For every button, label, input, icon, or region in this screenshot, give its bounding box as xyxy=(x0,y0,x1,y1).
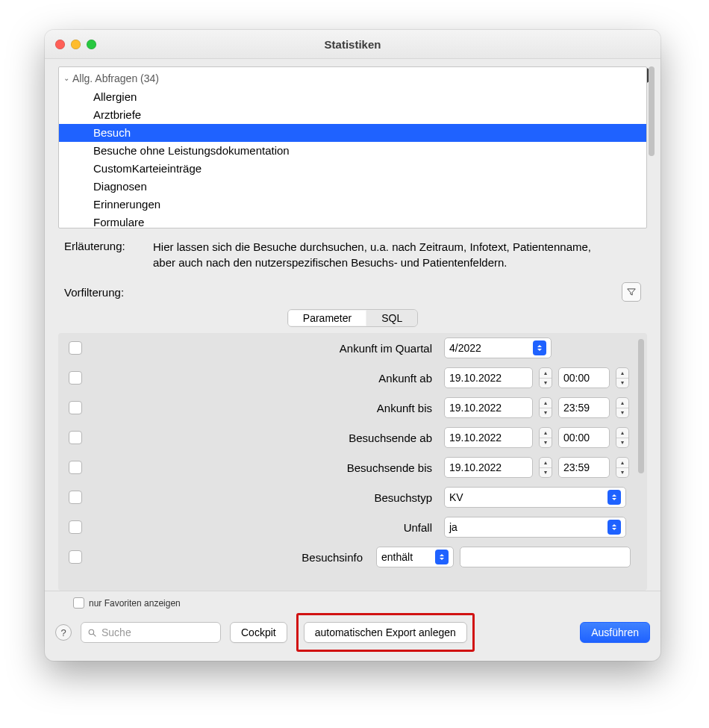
tree-item[interactable]: Diagnosen xyxy=(59,178,646,196)
search-input[interactable]: Suche xyxy=(81,622,221,643)
param-row: Ankunft ab 19.10.2022 ▴▾ 00:00 ▴▾ xyxy=(66,367,631,388)
tree-item[interactable]: Formulare xyxy=(59,214,646,228)
param-label: Besuchsende bis xyxy=(90,461,437,474)
time-input[interactable]: 00:00 xyxy=(558,367,610,388)
tree-item-selected[interactable]: Besuch xyxy=(59,124,646,142)
tab-parameter[interactable]: Parameter xyxy=(288,310,366,326)
scrollbar-thumb[interactable] xyxy=(638,339,644,473)
window-minimize-button[interactable] xyxy=(71,40,81,49)
filter-icon xyxy=(626,287,637,297)
date-stepper[interactable]: ▴▾ xyxy=(539,457,552,478)
param-checkbox[interactable] xyxy=(69,341,82,355)
date-input[interactable]: 19.10.2022 xyxy=(444,457,533,478)
window-zoom-button[interactable] xyxy=(87,40,96,49)
tree-group-header[interactable]: ⌄ Allg. Abfragen (34) xyxy=(59,67,646,88)
param-label: Ankunft ab xyxy=(90,372,437,385)
time-input[interactable]: 23:59 xyxy=(558,457,610,478)
parameter-scrollbar[interactable] xyxy=(638,339,644,585)
tree-item[interactable]: CustomKarteieinträge xyxy=(59,160,646,178)
favorites-only-label: nur Favoriten anzeigen xyxy=(89,598,181,609)
param-row: Besuchstyp KV xyxy=(66,487,631,508)
param-checkbox[interactable] xyxy=(69,371,82,385)
tab-sql[interactable]: SQL xyxy=(366,310,417,326)
param-row: Ankunft im Quartal 4/2022 xyxy=(66,337,631,358)
help-button[interactable]: ? xyxy=(55,624,72,641)
visit-type-select[interactable]: KV xyxy=(444,487,626,508)
select-value: enthält xyxy=(381,551,413,563)
chevron-down-icon: ⌄ xyxy=(63,69,69,87)
param-label: Unfall xyxy=(90,521,437,534)
select-value: ja xyxy=(449,521,457,533)
select-value: 4/2022 xyxy=(449,342,481,354)
select-arrows-icon xyxy=(608,490,621,505)
footer: nur Favoriten anzeigen ? Suche Cockpit a… xyxy=(45,591,660,661)
param-row: Unfall ja xyxy=(66,517,631,538)
tree-item[interactable]: Besuche ohne Leistungsdokumentation xyxy=(59,142,646,160)
date-input[interactable]: 19.10.2022 xyxy=(444,397,533,418)
date-input[interactable]: 19.10.2022 xyxy=(444,367,533,388)
svg-line-1 xyxy=(93,634,96,636)
favorites-only-checkbox[interactable] xyxy=(73,597,84,609)
highlight-annotation: automatischen Export anlegen xyxy=(296,613,475,652)
statistics-window: Statistiken ⌄ Allg. Abfragen (34) Allerg… xyxy=(45,30,660,661)
param-checkbox[interactable] xyxy=(69,461,82,474)
time-stepper[interactable]: ▴▾ xyxy=(616,397,629,418)
time-input[interactable]: 00:00 xyxy=(558,427,610,448)
tree-item[interactable]: Allergien xyxy=(59,88,646,106)
param-checkbox[interactable] xyxy=(69,431,82,444)
search-placeholder: Suche xyxy=(101,626,131,638)
select-arrows-icon xyxy=(435,550,449,564)
tree-item[interactable]: Arztbriefe xyxy=(59,106,646,124)
param-label: Ankunft bis xyxy=(90,402,437,414)
date-stepper[interactable]: ▴▾ xyxy=(539,397,552,418)
date-stepper[interactable]: ▴▾ xyxy=(539,427,552,448)
auto-export-button[interactable]: automatischen Export anlegen xyxy=(304,622,467,643)
window-close-button[interactable] xyxy=(55,40,65,49)
param-checkbox[interactable] xyxy=(69,550,82,564)
window-title: Statistiken xyxy=(45,38,660,51)
param-row: Besuchsende ab 19.10.2022 ▴▾ 00:00 ▴▾ xyxy=(66,427,631,448)
tree-scrollbar[interactable] xyxy=(649,66,655,227)
param-checkbox[interactable] xyxy=(69,520,82,534)
param-label: Besuchstyp xyxy=(90,491,437,504)
parameter-sql-tabs: Parameter SQL xyxy=(287,309,418,327)
prefilter-label: Vorfilterung: xyxy=(64,286,124,299)
explanation-label: Erläuterung: xyxy=(64,239,143,252)
text-input[interactable] xyxy=(460,547,631,567)
query-tree[interactable]: ⌄ Allg. Abfragen (34) Allergien Arztbrie… xyxy=(58,66,647,228)
parameter-panel: Ankunft im Quartal 4/2022 Ankunft ab xyxy=(58,333,647,591)
param-row: Besuchsende bis 19.10.2022 ▴▾ 23:59 ▴▾ xyxy=(66,457,631,478)
select-value: KV xyxy=(449,491,463,503)
select-arrows-icon xyxy=(608,520,621,535)
prefilter-button[interactable] xyxy=(622,282,641,302)
accident-select[interactable]: ja xyxy=(444,517,626,538)
time-stepper[interactable]: ▴▾ xyxy=(616,427,629,448)
param-label: Besuchsinfo xyxy=(302,551,367,564)
select-arrows-icon xyxy=(533,340,546,355)
explanation-text: Hier lassen sich die Besuche durchsuchen… xyxy=(153,239,641,270)
param-row: Besuchsinfo enthält xyxy=(66,547,631,567)
time-stepper[interactable]: ▴▾ xyxy=(616,367,629,388)
param-checkbox[interactable] xyxy=(69,401,82,414)
time-stepper[interactable]: ▴▾ xyxy=(616,457,629,478)
cockpit-button[interactable]: Cockpit xyxy=(230,622,287,643)
date-input[interactable]: 19.10.2022 xyxy=(444,427,533,448)
tree-item[interactable]: Erinnerungen xyxy=(59,196,646,214)
param-label: Ankunft im Quartal xyxy=(90,342,437,355)
search-icon xyxy=(87,628,97,638)
operator-select[interactable]: enthält xyxy=(376,547,454,567)
param-checkbox[interactable] xyxy=(69,491,82,504)
tree-group-label: Allg. Abfragen (34) xyxy=(72,69,159,87)
titlebar: Statistiken xyxy=(45,30,660,59)
quarter-select[interactable]: 4/2022 xyxy=(444,337,552,358)
date-stepper[interactable]: ▴▾ xyxy=(539,367,552,388)
run-button[interactable]: Ausführen xyxy=(580,622,650,643)
svg-point-0 xyxy=(89,629,94,635)
param-row: Ankunft bis 19.10.2022 ▴▾ 23:59 ▴▾ xyxy=(66,397,631,418)
time-input[interactable]: 23:59 xyxy=(558,397,610,418)
scrollbar-thumb[interactable] xyxy=(649,66,655,156)
param-label: Besuchsende ab xyxy=(90,432,437,444)
